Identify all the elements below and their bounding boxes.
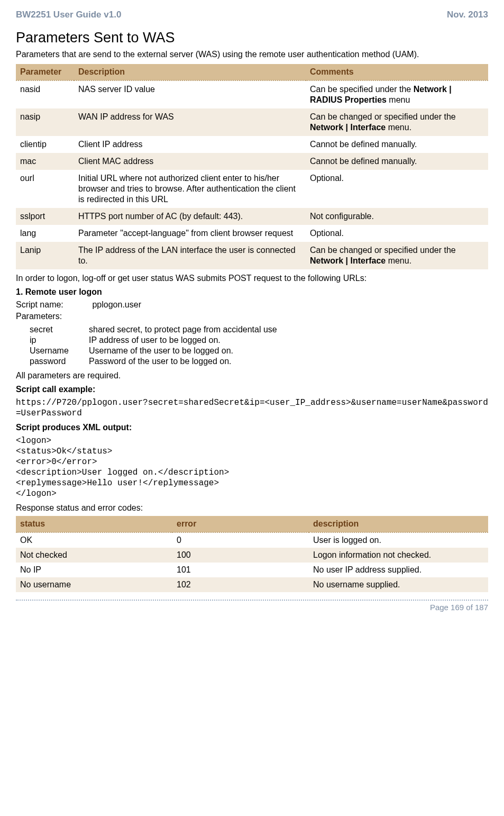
- cell-param: sslport: [16, 208, 74, 225]
- table-row: mac Client MAC address Cannot be defined…: [16, 153, 488, 170]
- list-item: Username Username of the user to be logg…: [30, 346, 488, 356]
- cell-param: Lanip: [16, 242, 74, 269]
- list-item: ip IP address of user to be logged on.: [30, 335, 488, 346]
- cell-desc: User is logged on.: [309, 532, 488, 548]
- cell-comments: Not configurable.: [306, 208, 488, 225]
- page-header: BW2251 User Guide v1.0 Nov. 2013: [16, 10, 488, 20]
- response-codes-heading: Response status and error codes:: [16, 503, 488, 513]
- list-item: password Password of the user to be logg…: [30, 356, 488, 367]
- header-right: Nov. 2013: [447, 10, 488, 20]
- cell-param: clientip: [16, 136, 74, 153]
- cell-param: lang: [16, 225, 74, 242]
- cell-status: Not checked: [16, 548, 172, 563]
- th-parameter: Parameter: [16, 64, 74, 80]
- xml-output-heading: Script produces XML output:: [16, 423, 488, 432]
- all-required-text: All parameters are required.: [16, 371, 488, 380]
- table-row: nasid NAS server ID value Can be specifi…: [16, 80, 488, 108]
- cell-param: ourl: [16, 170, 74, 208]
- parameters-table: Parameter Description Comments nasid NAS…: [16, 64, 488, 269]
- cell-status: No IP: [16, 563, 172, 577]
- table-row: nasip WAN IP address for WAS Can be chan…: [16, 108, 488, 136]
- script-name-label: Script name:: [16, 300, 90, 310]
- table-header-row: status error description: [16, 516, 488, 532]
- cell-param: nasid: [16, 80, 74, 108]
- th-status: status: [16, 516, 172, 532]
- cell-desc: Logon information not checked.: [309, 548, 488, 563]
- xml-output-code: <logon> <status>Ok</status> <error>0</er…: [16, 436, 488, 499]
- cell-error: 101: [172, 563, 309, 577]
- cell-comments: Can be specified under the Network | RAD…: [306, 80, 488, 108]
- table-row: lang Parameter "accept-language" from cl…: [16, 225, 488, 242]
- table-row: ourl Initial URL where not authorized cl…: [16, 170, 488, 208]
- table-row: Lanip The IP address of the LAN interfac…: [16, 242, 488, 269]
- table-row: No IP 101 No user IP address supplied.: [16, 563, 488, 577]
- table-row: OK 0 User is logged on.: [16, 532, 488, 548]
- cell-desc: Client IP address: [74, 136, 306, 153]
- table-row: Not checked 100 Logon information not ch…: [16, 548, 488, 563]
- th-comments: Comments: [306, 64, 488, 80]
- cell-error: 0: [172, 532, 309, 548]
- th-error: error: [172, 516, 309, 532]
- cell-status: OK: [16, 532, 172, 548]
- section-heading: 1. Remote user logon: [16, 287, 488, 297]
- th-description: description: [309, 516, 488, 532]
- call-example-heading: Script call example:: [16, 385, 488, 394]
- cell-error: 102: [172, 577, 309, 592]
- table-row: sslport HTTPS port number of AC (by defa…: [16, 208, 488, 225]
- cell-status: No username: [16, 577, 172, 592]
- cell-desc: HTTPS port number of AC (by default: 443…: [74, 208, 306, 225]
- cell-comments: Can be changed or specified under the Ne…: [306, 108, 488, 136]
- cell-desc: The IP address of the LAN interface the …: [74, 242, 306, 269]
- cell-desc: No user IP address supplied.: [309, 563, 488, 577]
- page-footer: Page 169 of 187: [16, 600, 488, 612]
- cell-desc: Initial URL where not authorized client …: [74, 170, 306, 208]
- table-row: clientip Client IP address Cannot be def…: [16, 136, 488, 153]
- status-table: status error description OK 0 User is lo…: [16, 516, 488, 592]
- script-name-row: Script name: pplogon.user: [16, 300, 488, 310]
- list-item: secret shared secret, to protect page fr…: [30, 324, 488, 335]
- cell-param: nasip: [16, 108, 74, 136]
- after-table-text: In order to logon, log-off or get user s…: [16, 274, 488, 283]
- cell-desc: WAN IP address for WAS: [74, 108, 306, 136]
- th-description: Description: [74, 64, 306, 80]
- call-example-code: https://P720/pplogon.user?secret=sharedS…: [16, 397, 488, 419]
- page: BW2251 User Guide v1.0 Nov. 2013 Paramet…: [0, 0, 504, 618]
- cell-comments: Optional.: [306, 170, 488, 208]
- cell-comments: Can be changed or specified under the Ne…: [306, 242, 488, 269]
- cell-comments: Cannot be defined manually.: [306, 136, 488, 153]
- cell-comments: Cannot be defined manually.: [306, 153, 488, 170]
- script-name-value: pplogon.user: [92, 300, 141, 309]
- cell-error: 100: [172, 548, 309, 563]
- cell-comments: Optional.: [306, 225, 488, 242]
- table-header-row: Parameter Description Comments: [16, 64, 488, 80]
- cell-param: mac: [16, 153, 74, 170]
- parameters-label: Parameters:: [16, 312, 488, 321]
- cell-desc: NAS server ID value: [74, 80, 306, 108]
- parameters-list: secret shared secret, to protect page fr…: [30, 324, 488, 367]
- header-left: BW2251 User Guide v1.0: [16, 10, 121, 20]
- cell-desc: Parameter "accept-language" from client …: [74, 225, 306, 242]
- intro-text: Parameters that are send to the external…: [16, 49, 488, 60]
- table-row: No username 102 No username supplied.: [16, 577, 488, 592]
- cell-desc: No username supplied.: [309, 577, 488, 592]
- page-title: Parameters Sent to WAS: [16, 30, 488, 46]
- cell-desc: Client MAC address: [74, 153, 306, 170]
